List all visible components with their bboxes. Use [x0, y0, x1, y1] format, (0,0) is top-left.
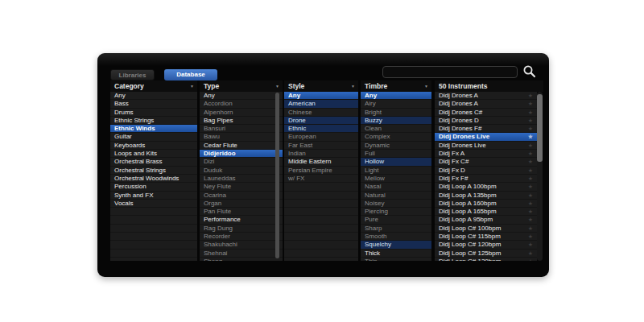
favorite-star-icon[interactable]: ★ — [528, 100, 533, 108]
list-item[interactable]: Light — [361, 167, 431, 175]
favorite-star-icon[interactable]: ★ — [528, 208, 533, 216]
list-item[interactable]: Noisey — [361, 200, 431, 208]
favorite-star-icon[interactable]: ★ — [528, 150, 533, 158]
favorite-star-icon[interactable]: ★ — [528, 109, 533, 117]
favorite-star-icon[interactable]: ★ — [528, 117, 533, 125]
list-item[interactable]: Didj Drones A★ — [435, 92, 537, 100]
list-item[interactable]: Didj Loop C# 125bpm★ — [435, 250, 537, 258]
list-item[interactable]: Recorder — [200, 233, 283, 241]
list-item[interactable]: Accordion — [200, 100, 283, 108]
list-item[interactable]: Ethnic — [284, 125, 358, 133]
list-item[interactable]: European — [284, 133, 358, 141]
list-item[interactable]: Bright — [361, 109, 431, 117]
list-item[interactable]: w/ FX — [284, 175, 358, 183]
list-item[interactable]: Didj Drones F#★ — [435, 125, 537, 133]
list-item[interactable]: Mellow — [361, 175, 431, 183]
list-item[interactable]: Vocals — [110, 200, 197, 208]
list-item[interactable]: Orchestral Strings — [110, 167, 197, 175]
list-item[interactable]: Didj Fx C#★ — [435, 158, 537, 166]
list-item[interactable]: Hollow — [361, 158, 431, 166]
list-item[interactable]: Didj Drones D★ — [435, 117, 537, 125]
list-item[interactable]: Ethnic Strings — [110, 117, 197, 125]
list-item[interactable]: Didj Fx F#★ — [435, 175, 537, 183]
favorite-star-icon[interactable]: ★ — [528, 250, 533, 258]
list-item[interactable]: Didj Drones Live★ — [435, 133, 537, 141]
list-item[interactable]: Dynamic — [361, 142, 431, 150]
tab-libraries[interactable]: Libraries — [110, 69, 155, 80]
list-item[interactable]: Nasal — [361, 183, 431, 191]
scrollbar-thumb[interactable] — [537, 94, 543, 162]
favorite-star-icon[interactable]: ★ — [528, 142, 533, 150]
list-item[interactable]: Ocarina — [200, 192, 283, 200]
list-item[interactable]: Shehnai — [200, 250, 283, 258]
column-header-type[interactable]: Type ▼ — [200, 80, 283, 92]
list-item[interactable]: Drums — [110, 109, 197, 117]
instrument-list-scrollbar[interactable] — [537, 92, 543, 261]
list-item[interactable]: Squelchy — [361, 241, 431, 249]
list-item[interactable]: Didj Fx D★ — [435, 167, 537, 175]
list-item[interactable]: Buzzy — [361, 117, 431, 125]
list-item[interactable]: Synth and FX — [110, 192, 197, 200]
list-item[interactable]: American — [284, 100, 358, 108]
favorite-star-icon[interactable]: ★ — [528, 125, 533, 133]
list-item[interactable]: Didj Drones Live★ — [435, 142, 537, 150]
favorite-star-icon[interactable]: ★ — [528, 216, 533, 224]
list-item[interactable]: Bawu — [200, 133, 283, 141]
favorite-star-icon[interactable]: ★ — [528, 183, 533, 191]
list-item[interactable]: Alpenhorn — [200, 109, 283, 117]
list-item[interactable]: Bag Pipes — [200, 117, 283, 125]
list-item[interactable]: Didj Loop A 135bpm★ — [435, 192, 537, 200]
list-item[interactable]: Indian — [284, 150, 358, 158]
favorite-star-icon[interactable]: ★ — [528, 158, 533, 166]
list-item[interactable]: Organ — [200, 200, 283, 208]
list-item[interactable]: Didj Loop A 100bpm★ — [435, 183, 537, 191]
list-item[interactable]: Natural — [361, 192, 431, 200]
list-item[interactable]: Any — [361, 92, 431, 100]
tab-database[interactable]: Database — [164, 69, 217, 80]
list-item[interactable]: Didj Loop C# 100bpm★ — [435, 225, 537, 233]
list-item[interactable]: Clean — [361, 125, 431, 133]
list-item[interactable]: Percussion — [110, 183, 197, 191]
search-icon[interactable] — [522, 64, 536, 78]
list-item[interactable]: Pan Flute — [200, 208, 283, 216]
list-item[interactable]: Thin — [361, 258, 431, 261]
favorite-star-icon[interactable]: ★ — [528, 241, 533, 249]
list-item[interactable]: Didj Loop A 165bpm★ — [435, 208, 537, 216]
list-item[interactable]: Didjeridoo — [200, 150, 283, 158]
list-item[interactable]: Persian Empire — [284, 167, 358, 175]
list-item[interactable]: Middle Eastern — [284, 158, 358, 166]
list-item[interactable]: Chinese — [284, 109, 358, 117]
list-item[interactable]: Any — [110, 92, 197, 100]
list-item[interactable]: Didj Loop A 95bpm★ — [435, 216, 537, 224]
column-header-timbre[interactable]: Timbre ▼ — [361, 80, 431, 92]
list-item[interactable]: Didj Loop C# 115bpm★ — [435, 233, 537, 241]
favorite-star-icon[interactable]: ★ — [528, 92, 533, 100]
list-item[interactable]: Ethnic Winds — [110, 125, 197, 133]
list-item[interactable]: Dizi — [200, 158, 283, 166]
list-item[interactable]: Loops and Kits — [110, 150, 197, 158]
type-list-scrollbar[interactable] — [275, 93, 279, 258]
list-item[interactable]: Bass — [110, 100, 197, 108]
list-item[interactable]: Any — [200, 92, 283, 100]
list-item[interactable]: Drone — [284, 117, 358, 125]
list-item[interactable]: Didj Drones C#★ — [435, 109, 537, 117]
list-item[interactable]: Didj Drones A★ — [435, 100, 537, 108]
list-item[interactable]: Bansuri — [200, 125, 283, 133]
list-item[interactable]: Didj Fx A★ — [435, 150, 537, 158]
list-item[interactable]: Guitar — [110, 133, 197, 141]
list-item[interactable]: Sheng — [200, 258, 283, 261]
favorite-star-icon[interactable]: ★ — [528, 133, 533, 141]
list-item[interactable]: Piercing — [361, 208, 431, 216]
list-item[interactable]: Sharp — [361, 225, 431, 233]
list-item[interactable]: Thick — [361, 250, 431, 258]
list-item[interactable]: Didj Loop A 160bpm★ — [435, 200, 537, 208]
list-item[interactable]: Didj Loop C# 120bpm★ — [435, 241, 537, 249]
list-item[interactable]: Didj Loop C# 130bpm★ — [435, 258, 537, 261]
list-item[interactable]: Airy — [361, 100, 431, 108]
column-header-style[interactable]: Style ▼ — [284, 80, 358, 92]
list-item[interactable]: Pure — [361, 216, 431, 224]
list-item[interactable]: Shakuhachi — [200, 241, 283, 249]
list-item[interactable]: Far East — [284, 142, 358, 150]
favorite-star-icon[interactable]: ★ — [528, 175, 533, 183]
list-item[interactable]: Duduk — [200, 167, 283, 175]
